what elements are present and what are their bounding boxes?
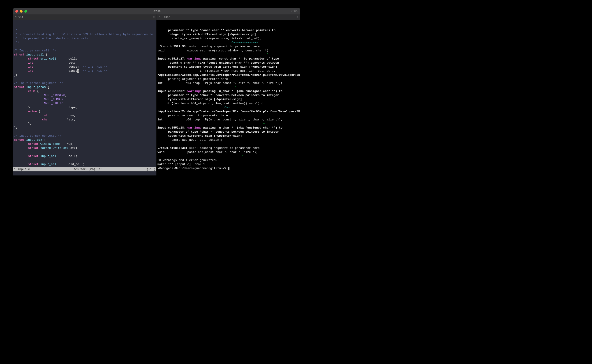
vim-line: INPUT_STRING (14, 102, 155, 105)
vim-line: struct input_cell { (14, 53, 155, 57)
window-title: -tcsh (152, 10, 161, 13)
shell-line: ^ (158, 122, 299, 126)
vim-line: /* Input parser context. */ (14, 134, 155, 138)
shell-output[interactable]: parameter of type 'const char *' convert… (158, 28, 299, 170)
vim-status-left: 1 input.c (14, 167, 30, 171)
shell-line: passing argument to parameter here (158, 114, 299, 118)
vim-line (14, 45, 155, 49)
tab-left[interactable]: × vim ≡ (13, 14, 157, 20)
vim-commandline[interactable] (13, 171, 156, 176)
tab-menu-icon[interactable]: ≡ (153, 15, 155, 19)
vim-line: /* Input parser cell. */ (14, 49, 155, 53)
vim-line: INPUT_NUMBER, (14, 98, 155, 102)
shell-line: ^ (158, 154, 299, 158)
shell-line: make: *** [input.o] Error 1 (158, 162, 299, 166)
shell-line: parameter of type 'char *' converts betw… (158, 93, 299, 98)
shell-line: ^~~ (158, 142, 299, 146)
titlebar[interactable]: -tcsh ⌤⌘3 (13, 8, 300, 14)
vim-status-center: 59/2586 (2%), 13 (74, 167, 102, 171)
shell-line: if ((outlen = b64_ntop(buf, len, out, ou… (158, 69, 299, 73)
vim-line: */ (14, 41, 155, 45)
tabbar: × vim ≡ × -tcsh ≡ (13, 14, 300, 20)
vim-line (14, 77, 155, 81)
shell-line: passing argument to parameter here (158, 77, 299, 81)
vim-pane[interactable]: * * - Special handling for ESC inside a … (13, 20, 157, 176)
vim-line: } type; (14, 105, 155, 110)
vim-line (14, 158, 155, 162)
terminal-window: -tcsh ⌤⌘3 × vim ≡ × -tcsh ≡ * * - Specia… (13, 8, 300, 176)
shell-line: parameter of type 'char *' converts betw… (158, 130, 299, 134)
shell-line: ./tmux.h:1815:38: note: passing argument… (158, 146, 299, 150)
shell-line: window_set_name(ictx->wp->window, ictx->… (158, 37, 299, 41)
vim-line: }; (14, 122, 155, 126)
shell-line: void paste_add(const char *, char *, siz… (158, 150, 299, 154)
shell-line: 20 warnings and 1 error generated. (158, 158, 299, 162)
shell-line: integer types with different sign [-Wpoi… (158, 32, 299, 37)
vim-line: struct input_param { (14, 85, 155, 89)
shell-prompt[interactable]: ▸George's-Mac:/Users/gnachman/git/tmux% (158, 166, 299, 170)
vim-line: struct screen_write_ctx ctx; (14, 146, 155, 150)
shell-line: void window_set_name(struct window *, co… (158, 49, 299, 53)
window-shortcut-indicator: ⌤⌘3 (291, 10, 298, 13)
shell-line: ^ (158, 85, 299, 89)
close-window-button[interactable] (15, 10, 18, 13)
tab-right[interactable]: × -tcsh ≡ (157, 14, 300, 20)
shell-line: input.c:2518:37: warning: passing 'u_cha… (158, 89, 299, 93)
vim-line: * (14, 28, 155, 32)
shell-line: int b64_ntop __P((u_char const *, size_t… (158, 81, 299, 85)
vim-status-right: (-1 ) (147, 167, 155, 171)
close-tab-icon[interactable]: × (159, 15, 160, 19)
shell-line: ...if ((outlen = b64_ntop(buf, len, out,… (158, 102, 299, 105)
vim-line: char *str; (14, 118, 155, 122)
shell-line: parameter of type 'const char *' convert… (158, 28, 299, 32)
vim-line: INPUT_MISSING, (14, 93, 155, 98)
tab-right-label: -tcsh (162, 16, 170, 19)
split-content: * * - Special handling for ESC inside a … (13, 20, 300, 176)
vim-line: * be passed to the underlying terminals. (14, 37, 155, 41)
zoom-window-button[interactable] (24, 10, 27, 13)
vim-line (14, 150, 155, 154)
vim-line: int g0set; /* 1 if ACS */ (14, 65, 155, 69)
tab-left-label: vim (19, 16, 23, 19)
shell-line: input.c:2552:18: warning: passing 'u_cha… (158, 126, 299, 130)
minimize-window-button[interactable] (20, 10, 23, 13)
vim-line: }; (14, 126, 155, 130)
shell-line: ./tmux.h:2527:53: note: passing argument… (158, 45, 299, 49)
traffic-lights (15, 10, 27, 13)
tab-menu-icon[interactable]: ≡ (296, 15, 298, 19)
shell-line: paste_add(NULL, out, outlen); (158, 138, 299, 142)
shell-line: /Applications/Xcode.app/Contents/Develop… (158, 110, 299, 114)
vim-line: union { (14, 110, 155, 114)
close-tab-icon[interactable]: × (15, 15, 17, 19)
vim-line: int set; (14, 61, 155, 65)
shell-line: ^ (158, 53, 299, 57)
vim-line: int g1set; /* 1 if ACS */ (14, 69, 155, 73)
shell-line: input.c:2518:27: warning: passing 'const… (158, 57, 299, 61)
vim-line: struct window_pane *wp; (14, 142, 155, 146)
shell-line: ^~~~~~~~~~~~~~~ (158, 41, 299, 45)
shell-line: 'const u_char *' (aka 'const unsigned ch… (158, 61, 299, 65)
shell-cursor (228, 167, 230, 170)
vim-line: int num; (14, 114, 155, 118)
vim-line: struct input_cell cell; (14, 154, 155, 158)
vim-line: struct input_cell old_cell; (14, 162, 155, 166)
vim-line: struct input_ctx { (14, 138, 155, 142)
vim-line: /* Input parser argument. */ (14, 81, 155, 85)
shell-pane[interactable]: parameter of type 'const char *' convert… (157, 20, 300, 176)
vim-line: enum { (14, 89, 155, 93)
shell-line: ^~~ (158, 105, 299, 110)
shell-line: types with different sign [-Wpointer-sig… (158, 98, 299, 102)
vim-line: }; (14, 73, 155, 77)
vim-line: * - Special handling for ESC inside a DC… (14, 32, 155, 37)
shell-line: pointers to integer types with different… (158, 65, 299, 69)
shell-line: /Applications/Xcode.app/Contents/Develop… (158, 73, 299, 77)
vim-statusline: 1 input.c 59/2586 (2%), 13 (-1 ) (13, 167, 156, 171)
vim-buffer[interactable]: * * - Special handling for ESC inside a … (13, 28, 156, 171)
shell-line: types with different sign [-Wpointer-sig… (158, 134, 299, 138)
shell-line: int b64_ntop __P((u_char const *, size_t… (158, 118, 299, 122)
vim-line: struct grid_cell cell; (14, 57, 155, 61)
vim-line (14, 130, 155, 134)
